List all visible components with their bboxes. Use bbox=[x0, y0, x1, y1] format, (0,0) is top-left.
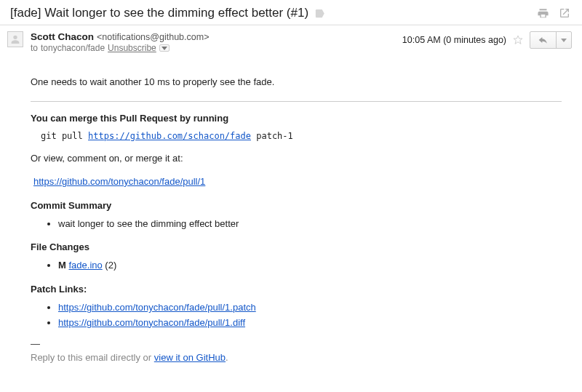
list-item: https://github.com/tonychacon/fade/pull/… bbox=[58, 316, 562, 330]
subject-text: [fade] Wait longer to see the dimming ef… bbox=[10, 6, 308, 20]
file-change-link[interactable]: fade.ino bbox=[68, 260, 102, 271]
commit-item: wait longer to see the dimming effect be… bbox=[58, 217, 562, 231]
file-changes-heading: File Changes bbox=[31, 241, 562, 255]
to-prefix: to bbox=[31, 43, 38, 53]
timestamp: 10:05 AM (0 minutes ago) bbox=[402, 35, 506, 45]
show-details-button[interactable] bbox=[159, 44, 170, 52]
git-repo-link[interactable]: https://github.com/schacon/fade bbox=[88, 131, 251, 141]
message-body: One needs to wait another 10 ms to prope… bbox=[0, 56, 582, 375]
star-icon[interactable] bbox=[512, 34, 524, 46]
label-icon[interactable] bbox=[314, 8, 325, 19]
reply-button-group bbox=[530, 31, 572, 49]
view-on-github-link[interactable]: view it on GitHub bbox=[154, 352, 226, 363]
more-reply-options-button[interactable] bbox=[556, 32, 571, 48]
signature-dash: — bbox=[31, 337, 562, 351]
list-item: https://github.com/tonychacon/fade/pull/… bbox=[58, 301, 562, 315]
message-header: Scott Chacon <notifications@github.com> … bbox=[0, 25, 582, 56]
divider bbox=[31, 101, 562, 102]
sender-name: Scott Chacon bbox=[31, 31, 94, 42]
patch-link[interactable]: https://github.com/tonychacon/fade/pull/… bbox=[58, 302, 256, 313]
email-subject: [fade] Wait longer to see the dimming ef… bbox=[10, 6, 528, 20]
unsubscribe-link[interactable]: Unsubscribe bbox=[108, 43, 156, 53]
pull-request-link[interactable]: https://github.com/tonychacon/fade/pull/… bbox=[33, 176, 205, 187]
or-view-text: Or view, comment on, or merge it at: bbox=[31, 152, 562, 166]
to-recipient: tonychacon/fade bbox=[41, 43, 105, 53]
avatar bbox=[7, 31, 23, 47]
reply-footer: Reply to this email directly or view it … bbox=[31, 351, 562, 365]
commit-summary-heading: Commit Summary bbox=[31, 199, 562, 213]
merge-heading: You can merge this Pull Request by runni… bbox=[31, 112, 562, 126]
file-change-flag: M bbox=[58, 260, 66, 271]
sender-address: <notifications@github.com> bbox=[97, 32, 209, 42]
file-change-count: (2) bbox=[105, 260, 116, 271]
file-change-item: M fade.ino (2) bbox=[58, 259, 562, 273]
diff-link[interactable]: https://github.com/tonychacon/fade/pull/… bbox=[58, 317, 245, 328]
open-new-window-icon[interactable] bbox=[557, 6, 572, 20]
git-command: git pull https://github.com/schacon/fade… bbox=[41, 130, 562, 143]
patch-links-heading: Patch Links: bbox=[31, 283, 562, 297]
intro-text: One needs to wait another 10 ms to prope… bbox=[31, 76, 562, 89]
reply-button[interactable] bbox=[530, 32, 556, 48]
print-icon[interactable] bbox=[535, 6, 550, 20]
